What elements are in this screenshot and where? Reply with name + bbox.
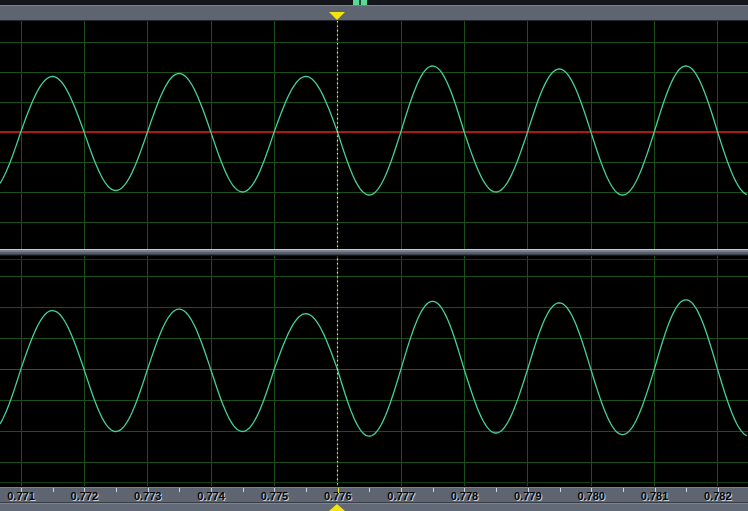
axis-tick-mark bbox=[560, 488, 561, 492]
axis-tick-mark bbox=[433, 488, 434, 492]
scope-window: 0.771 0.772 0.773 0.774 0.775 0.776 0.77… bbox=[0, 0, 748, 511]
axis-tick-mark bbox=[528, 488, 529, 492]
axis-tick-mark bbox=[274, 488, 275, 492]
axis-tick-mark bbox=[306, 488, 307, 492]
channel-1-panel[interactable] bbox=[0, 21, 748, 249]
axis-tick-mark bbox=[464, 488, 465, 492]
axis-tick-mark bbox=[623, 488, 624, 492]
axis-tick-mark bbox=[591, 488, 592, 492]
axis-tick-mark bbox=[243, 488, 244, 492]
axis-tick-mark bbox=[148, 488, 149, 492]
cursor-triangle-up-icon[interactable] bbox=[329, 504, 345, 511]
axis-tick-mark bbox=[211, 488, 212, 492]
panel-divider[interactable] bbox=[0, 249, 748, 256]
axis-tick-mark bbox=[21, 488, 22, 492]
cursor-strip[interactable] bbox=[0, 503, 748, 511]
axis-tick-mark bbox=[179, 488, 180, 492]
axis-tick-mark bbox=[686, 488, 687, 492]
axis-tick-mark bbox=[718, 488, 719, 492]
axis-tick-mark bbox=[369, 488, 370, 492]
channel-2-panel[interactable] bbox=[0, 256, 748, 486]
axis-tick-mark bbox=[84, 488, 85, 492]
time-axis-ruler[interactable]: 0.771 0.772 0.773 0.774 0.775 0.776 0.77… bbox=[0, 487, 748, 503]
axis-tick-mark bbox=[496, 488, 497, 492]
axis-tick-mark bbox=[655, 488, 656, 492]
cursor-tick-mark bbox=[338, 488, 339, 493]
axis-tick-mark bbox=[401, 488, 402, 492]
axis-tick-mark bbox=[116, 488, 117, 492]
axis-tick-mark bbox=[53, 488, 54, 492]
